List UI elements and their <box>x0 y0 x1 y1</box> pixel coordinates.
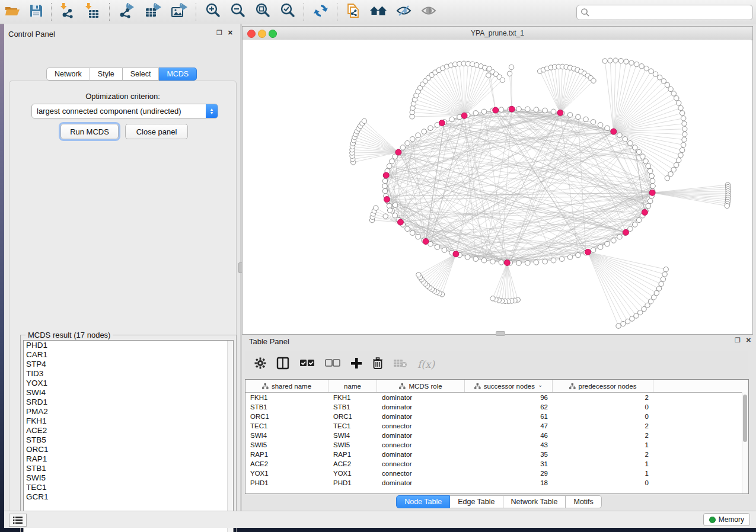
criterion-dropdown[interactable]: largest connected component (undirected)… <box>31 104 218 118</box>
close-panel-button[interactable]: Close panel <box>125 124 188 139</box>
sort-desc-icon: ⌄ <box>538 382 543 388</box>
table-row[interactable]: ACE2ACE2connector311 <box>245 459 748 469</box>
column-header-shared-name[interactable]: shared name <box>245 380 328 392</box>
right-workspace: YPA_prune.txt_1 Table Panel ❐ ✕ f(x) sha… <box>242 24 756 511</box>
table-row[interactable]: ORC1ORC1dominator610 <box>245 412 748 421</box>
delete-table-icon[interactable] <box>393 358 407 371</box>
zoom-in-button[interactable] <box>200 2 225 21</box>
mcds-result-item[interactable]: STB1 <box>24 464 233 473</box>
table-cell: TEC1 <box>328 422 377 430</box>
function-icon[interactable]: f(x) <box>417 358 435 370</box>
table-cell: 0 <box>553 479 653 486</box>
run-mcds-button[interactable]: Run MCDS <box>60 124 119 139</box>
column-header-label: MCDS role <box>409 383 442 390</box>
tab-mcds[interactable]: MCDS <box>159 68 197 81</box>
table-cell: 18 <box>465 479 553 486</box>
clone-network-button[interactable] <box>342 2 365 21</box>
save-icon <box>29 4 43 20</box>
mcds-result-item[interactable]: FKH1 <box>24 416 233 426</box>
table-row[interactable]: TEC1TEC1connector472 <box>245 421 748 431</box>
network-window-titlebar[interactable]: YPA_prune.txt_1 <box>243 27 752 40</box>
hide-selected-button[interactable] <box>391 2 416 21</box>
mcds-result-item[interactable]: SRD1 <box>24 398 233 407</box>
export-image-button[interactable] <box>166 2 192 21</box>
mcds-result-item[interactable]: PHD1 <box>24 341 233 350</box>
gear-icon[interactable] <box>254 357 266 371</box>
export-network-button[interactable] <box>114 2 140 21</box>
column-pane-icon[interactable] <box>276 357 289 372</box>
zoom-selected-button[interactable] <box>275 2 300 21</box>
mcds-result-item[interactable]: TEC1 <box>24 483 233 492</box>
column-header-name[interactable]: name <box>328 380 377 392</box>
float-table-panel-icon[interactable]: ❐ <box>735 337 741 343</box>
open-file-button[interactable] <box>0 2 25 21</box>
table-cell: dominator <box>377 403 465 411</box>
column-header-label: predecessor nodes <box>579 383 637 390</box>
network-canvas[interactable] <box>243 40 751 333</box>
show-all-button[interactable] <box>416 2 441 21</box>
table-row[interactable]: RAP1RAP1dominator352 <box>245 450 748 459</box>
export-table-button[interactable] <box>140 2 166 21</box>
table-row[interactable]: SWI4SWI4dominator462 <box>245 431 748 440</box>
mcds-list-scrollbar[interactable] <box>227 341 233 532</box>
mcds-result-item[interactable]: SWI4 <box>24 388 233 398</box>
table-cell: 2 <box>553 394 653 401</box>
mcds-result-item[interactable]: ORC1 <box>24 445 233 454</box>
close-table-panel-icon[interactable]: ✕ <box>746 337 751 343</box>
tab-motifs[interactable]: Motifs <box>566 495 601 508</box>
table-row[interactable]: FKH1FKH1dominator962 <box>245 393 748 402</box>
table-row[interactable]: STB1STB1dominator620 <box>245 402 748 412</box>
mcds-result-item[interactable]: YOX1 <box>24 379 233 388</box>
checked-boxes-icon[interactable] <box>299 358 315 370</box>
zoom-fit-button[interactable] <box>250 2 275 21</box>
import-table-button[interactable] <box>81 2 106 21</box>
plus-icon[interactable] <box>350 357 362 371</box>
table-cell: YOX1 <box>328 470 377 477</box>
close-panel-icon[interactable]: ✕ <box>228 30 233 36</box>
search-input[interactable] <box>576 5 753 20</box>
mcds-result-item[interactable]: GCR1 <box>24 492 233 502</box>
column-header-predecessor-nodes[interactable]: predecessor nodes <box>553 380 653 392</box>
tab-network-table[interactable]: Network Table <box>503 495 566 508</box>
mcds-result-item[interactable]: STB5 <box>24 435 233 445</box>
trash-icon[interactable] <box>372 357 383 372</box>
control-panel-title: Control Panel <box>8 30 55 39</box>
tab-style[interactable]: Style <box>90 68 123 81</box>
table-cell: 1 <box>553 470 653 477</box>
task-history-button[interactable] <box>9 514 27 527</box>
mcds-result-item[interactable]: ACE2 <box>24 426 233 435</box>
column-header-successor-nodes[interactable]: successor nodes⌄ <box>465 380 553 392</box>
save-button[interactable] <box>25 2 47 21</box>
memory-button[interactable]: Memory <box>703 513 750 526</box>
first-neighbors-button[interactable] <box>365 2 391 21</box>
mcds-result-item[interactable]: TID3 <box>24 369 233 379</box>
mcds-result-item[interactable]: PMA2 <box>24 407 233 416</box>
mcds-result-item[interactable]: RAP1 <box>24 454 233 464</box>
tab-node-table[interactable]: Node Table <box>396 495 450 508</box>
mcds-result-item[interactable]: STP4 <box>24 360 233 369</box>
apply-layout-button[interactable] <box>308 2 333 21</box>
tab-edge-table[interactable]: Edge Table <box>450 495 503 508</box>
mcds-result-item[interactable]: SWI5 <box>24 473 233 483</box>
table-cell: ACE2 <box>245 460 328 467</box>
unchecked-boxes-icon[interactable] <box>325 358 340 370</box>
table-scrollbar-thumb[interactable] <box>743 395 747 442</box>
table-row[interactable]: SWI5SWI5connector431 <box>245 440 748 450</box>
column-header-MCDS-role[interactable]: MCDS role <box>377 380 465 392</box>
tab-network[interactable]: Network <box>46 68 90 81</box>
node-table[interactable]: shared namenameMCDS rolesuccessor nodes⌄… <box>245 379 749 494</box>
table-scrollbar[interactable] <box>742 392 748 493</box>
export-table-icon <box>144 3 162 21</box>
mcds-result-item[interactable]: CAR1 <box>24 350 233 360</box>
table-cell: 2 <box>553 451 653 458</box>
import-network-button[interactable] <box>56 2 81 21</box>
mcds-result-list[interactable]: PHD1CAR1STP4TID3YOX1SWI4SRD1PMA2FKH1ACE2… <box>23 340 234 532</box>
table-toolbar: f(x) <box>245 351 748 378</box>
table-cell: STB1 <box>245 403 328 411</box>
tab-select[interactable]: Select <box>123 68 160 81</box>
table-row[interactable]: PHD1PHD1dominator180 <box>245 478 748 488</box>
zoom-selected-icon <box>279 2 296 21</box>
float-panel-icon[interactable]: ❐ <box>216 30 222 36</box>
table-row[interactable]: YOX1YOX1connector291 <box>245 469 748 478</box>
zoom-out-button[interactable] <box>225 2 250 21</box>
